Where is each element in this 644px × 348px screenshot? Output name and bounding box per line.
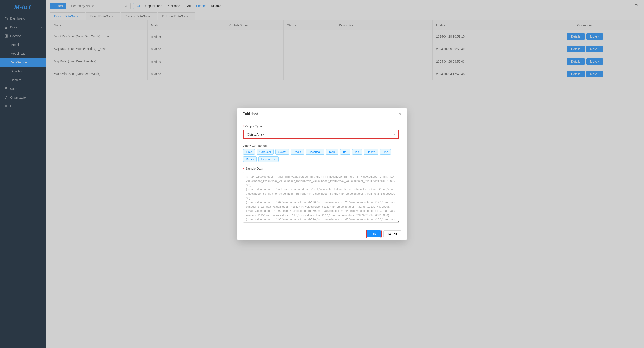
modal-overlay: Published ✕ *Output Type Object Array ▼ … (0, 0, 644, 348)
published-modal: Published ✕ *Output Type Object Array ▼ … (238, 108, 406, 240)
modal-footer: OK To Edit (238, 228, 406, 240)
component-tag-barys[interactable]: BarYs (243, 156, 256, 162)
component-tag-line[interactable]: Line (380, 149, 391, 155)
apply-component-label: Apply Component (243, 144, 399, 147)
output-type-field: *Output Type Object Array ▼ (243, 125, 399, 139)
modal-header: Published ✕ (238, 108, 406, 120)
component-tag-checkbox[interactable]: Checkbox (306, 149, 324, 155)
modal-title: Published (243, 112, 258, 116)
component-tag-select[interactable]: Select (276, 149, 289, 155)
to-edit-button[interactable]: To Edit (384, 230, 401, 237)
sample-data-label: *Sample Data (243, 167, 399, 170)
component-tag-table[interactable]: Table (326, 149, 338, 155)
component-tag-carousel[interactable]: Carousel (256, 149, 274, 155)
output-type-select[interactable]: Object Array ▼ (243, 130, 399, 139)
component-tag-lists[interactable]: Lists (243, 149, 255, 155)
component-tag-bar[interactable]: Bar (340, 149, 350, 155)
component-tag-repeat-list[interactable]: Repeat List (258, 156, 278, 162)
sample-data-field: *Sample Data (243, 167, 399, 223)
ok-button[interactable]: OK (367, 230, 381, 237)
modal-close-button[interactable]: ✕ (398, 112, 401, 116)
output-type-label: *Output Type (243, 125, 399, 128)
apply-component-field: Apply Component ListsCarouselSelectRadio… (243, 144, 399, 162)
output-type-value: Object Array (247, 133, 264, 136)
component-tag-pie[interactable]: Pie (352, 149, 362, 155)
modal-body: *Output Type Object Array ▼ Apply Compon… (238, 120, 406, 228)
sample-data-textarea[interactable] (243, 172, 399, 223)
close-icon: ✕ (398, 112, 401, 116)
component-tag-lineys[interactable]: LineYs (364, 149, 378, 155)
component-tags: ListsCarouselSelectRadioCheckboxTableBar… (243, 149, 399, 162)
component-tag-radio[interactable]: Radio (291, 149, 304, 155)
chevron-down-icon: ▼ (393, 133, 395, 136)
